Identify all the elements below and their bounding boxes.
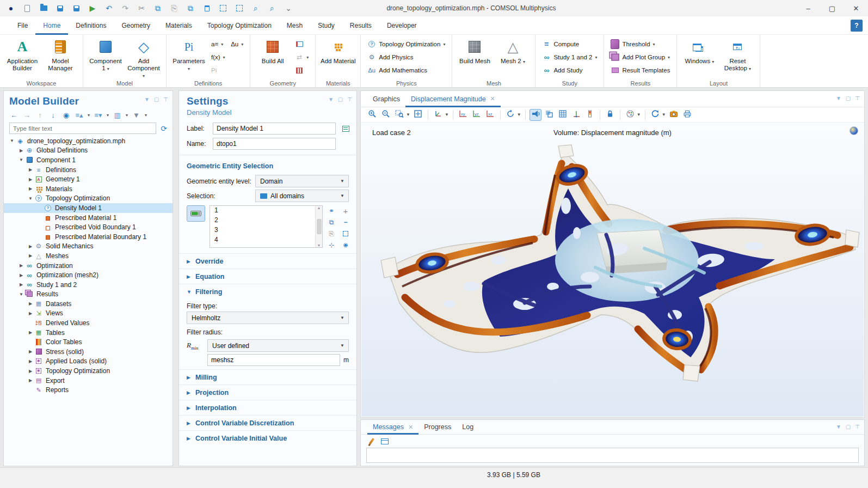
close-icon[interactable]: ✕ — [408, 424, 413, 431]
domain-list-item[interactable]: 1 — [210, 206, 322, 216]
tree-item-color-tables[interactable]: Color Tables — [4, 337, 173, 347]
add-study-button[interactable]: ∞Add Study — [540, 64, 584, 76]
update-button[interactable] — [649, 109, 661, 121]
tree-chevron-icon[interactable]: ▶ — [27, 359, 34, 364]
zoom-box-button[interactable] — [393, 109, 405, 121]
new-file-button[interactable] — [21, 2, 34, 14]
lock-button[interactable] — [604, 109, 616, 121]
filter-radius-mode-dropdown[interactable]: User defined▼ — [207, 339, 349, 352]
tree-item-derived-values[interactable]: 8.85e-12Derived Values — [4, 318, 173, 328]
camera-button[interactable] — [668, 109, 680, 121]
menu-tab-study[interactable]: Study — [310, 16, 342, 35]
add-material-button[interactable]: Add Material — [320, 36, 356, 77]
tree-item-prescribed-material-1[interactable]: ◠Prescribed Material 1 — [4, 213, 173, 223]
result-templates-button[interactable]: Result Templates — [608, 64, 672, 76]
application-builder-button[interactable]: AApplication Builder — [4, 36, 40, 77]
tree-item-reports[interactable]: ✎Reports — [4, 385, 173, 395]
doc-find-button[interactable]: ⌕ — [266, 2, 279, 14]
zoom-out-button[interactable] — [380, 109, 392, 121]
mesh-2-button[interactable]: △Mesh 2 ▾ — [495, 36, 531, 77]
tree-item-applied-loads-solid-[interactable]: ▶✱Applied Loads (solid) — [4, 357, 173, 367]
panel-pin-icon[interactable]: ⊤ — [855, 424, 860, 430]
panel-float-icon[interactable]: ▢ — [338, 96, 343, 102]
tree-item-topology-optimization[interactable]: ▼?Topology Optimization — [4, 194, 173, 204]
add-selection-icon[interactable]: + — [341, 206, 350, 215]
geometric-entity-level-dropdown[interactable]: Domain▼ — [255, 175, 349, 187]
help-button[interactable]: ? — [851, 20, 863, 32]
tree-chevron-icon[interactable]: ▶ — [17, 148, 25, 153]
deactivate-selection-icon[interactable]: ◉̶ — [341, 241, 350, 249]
remove-selection-icon[interactable]: − — [341, 218, 350, 227]
add-physics-button[interactable]: ⚙Add Physics — [365, 51, 415, 63]
build-all-button[interactable]: Build All — [255, 36, 291, 77]
collapse-list-icon[interactable]: ≡▴ — [75, 111, 84, 119]
panel-menu-icon[interactable]: ▼ — [144, 96, 150, 102]
undo-button[interactable]: ↶ — [102, 2, 115, 14]
domain-list-item[interactable]: 4 — [210, 235, 322, 245]
menu-tab-file[interactable]: File — [10, 16, 35, 35]
f-x--button[interactable]: f(x)▾ — [209, 51, 227, 63]
tree-chevron-icon[interactable]: ▶ — [17, 263, 25, 268]
filter-funnel-icon[interactable]: ▼ — [132, 111, 141, 119]
chevron-down-icon[interactable]: ▼ — [406, 112, 410, 117]
topology-optimization-button[interactable]: ?Topology Optimization▾ — [365, 38, 447, 50]
icon-button[interactable] — [293, 38, 306, 50]
view-yz-button[interactable]: yz — [471, 109, 483, 121]
tree-chevron-icon[interactable]: ▶ — [27, 167, 34, 172]
chevron-down-icon[interactable]: ▼ — [662, 112, 666, 117]
save-search-button[interactable] — [70, 2, 83, 14]
zoom-in-button[interactable] — [366, 109, 378, 121]
build-mesh-button[interactable]: Build Mesh — [457, 36, 493, 77]
scroll-down-icon[interactable]: ▼ — [317, 243, 321, 247]
panel-float-icon[interactable]: ▢ — [154, 96, 159, 102]
chevron-down-icon[interactable]: ▼ — [637, 112, 641, 117]
active-selection-toggle[interactable] — [187, 205, 205, 222]
redo-button[interactable]: ↷ — [119, 2, 132, 14]
tree-item-prescribed-void-boundary-1[interactable]: ◠Prescribed Void Boundary 1 — [4, 222, 173, 232]
model-manager-button[interactable]: Model Manager — [42, 36, 78, 77]
-u-button[interactable]: Δu▾ — [229, 38, 245, 50]
section-interpolation[interactable]: ▶Interpolation — [179, 400, 356, 415]
duplicate-window-button[interactable]: ⧉ — [184, 2, 197, 14]
tree-item-export[interactable]: ▶▤Export — [4, 376, 173, 386]
panel-menu-icon[interactable]: ▼ — [836, 424, 841, 430]
copy-selection-icon[interactable]: ⧉ — [327, 218, 336, 227]
panel-float-icon[interactable]: ▢ — [846, 424, 851, 430]
menu-tab-materials[interactable]: Materials — [158, 16, 200, 35]
reset-desktop-button[interactable]: ↻Reset Desktop ▾ — [719, 36, 755, 77]
tree-chevron-icon[interactable]: ▶ — [27, 177, 34, 182]
chevron-down-icon[interactable]: ▾ — [126, 113, 128, 118]
run-button[interactable]: ▶ — [86, 2, 99, 14]
columns-icon[interactable]: ▥ — [113, 111, 122, 119]
menu-tab-mesh[interactable]: Mesh — [279, 16, 310, 35]
goto-view-button[interactable] — [432, 109, 444, 121]
domain-list-item[interactable]: 2 — [210, 216, 322, 225]
chevron-down-icon[interactable]: ▾ — [88, 113, 90, 118]
threshold-button[interactable]: Threshold▾ — [608, 38, 657, 50]
panel-pin-icon[interactable]: ⊤ — [163, 96, 168, 102]
panel-float-icon[interactable]: ▢ — [846, 95, 851, 101]
windows-button[interactable]: Windows ▾ — [681, 36, 717, 77]
cut-button[interactable]: ✂ — [135, 2, 148, 14]
parameters-button[interactable]: PiParameters ▾ — [171, 36, 207, 77]
tree-chevron-icon[interactable]: ▶ — [27, 369, 34, 374]
section-milling[interactable]: ▶Milling — [179, 369, 356, 385]
clear-messages-icon[interactable] — [367, 437, 376, 446]
section-control-variable-initial-value[interactable]: ▶Control Variable Initial Value — [179, 430, 356, 446]
a--button[interactable]: a=▾ — [209, 38, 225, 50]
tree-chevron-icon[interactable]: ▶ — [27, 186, 34, 191]
name-field[interactable] — [213, 138, 336, 150]
clear-selection-icon[interactable] — [341, 229, 350, 238]
section-projection[interactable]: ▶Projection — [179, 385, 356, 400]
create-selection-icon[interactable]: ⚭ — [327, 206, 336, 215]
tree-chevron-icon[interactable]: ▼ — [17, 157, 25, 162]
section-equation[interactable]: ▶Equation — [179, 269, 356, 284]
maximize-button[interactable]: ▢ — [820, 0, 844, 16]
grid-button[interactable] — [557, 109, 569, 121]
tree-item-tables[interactable]: ▶▦Tables — [4, 328, 173, 338]
component-1-button[interactable]: Component 1 ▾ — [88, 36, 124, 77]
close-button[interactable]: ✕ — [844, 0, 868, 16]
tree-item-topology-optimization[interactable]: ▶✱Topology Optimization — [4, 366, 173, 376]
panel-menu-icon[interactable]: ▼ — [836, 95, 841, 101]
compute-button[interactable]: =Compute — [540, 38, 581, 50]
